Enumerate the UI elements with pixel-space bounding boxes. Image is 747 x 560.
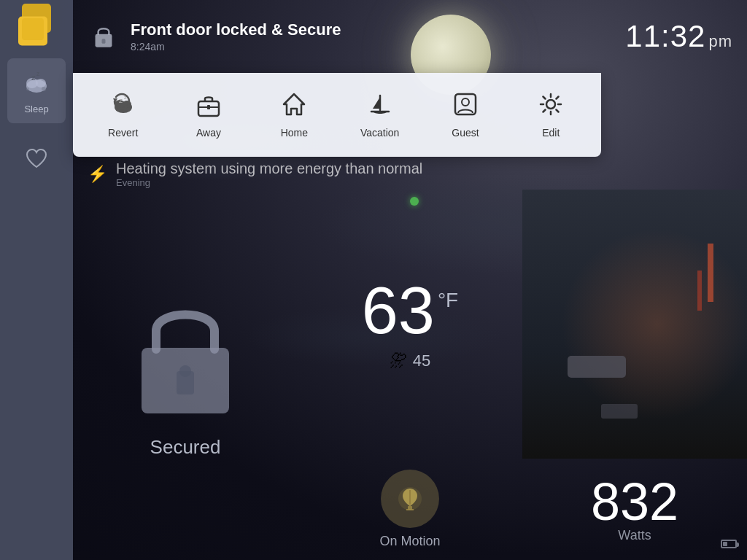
alert-icon: ⚡: [88, 165, 107, 184]
mode-vacation-label: Vacation: [360, 127, 399, 139]
mode-edit[interactable]: Edit: [508, 84, 594, 146]
vacation-icon: [367, 91, 393, 121]
cam-car: [568, 356, 626, 378]
lock-label: Secured: [150, 436, 221, 459]
watts-section[interactable]: 832 Watts: [522, 459, 747, 560]
lock-status-icon: [88, 20, 120, 52]
sidebar-item-sleep[interactable]: Z Z Sleep: [7, 58, 66, 123]
mode-edit-label: Edit: [542, 127, 560, 139]
cam-crane: [708, 244, 713, 302]
current-time: 11:32pm: [625, 19, 732, 54]
svg-rect-11: [102, 39, 106, 44]
mode-vacation[interactable]: Vacation: [337, 84, 422, 146]
mode-home[interactable]: Home: [252, 84, 337, 146]
watts-label: Watts: [618, 528, 651, 543]
svg-rect-2: [22, 18, 44, 40]
lock-section[interactable]: Secured: [73, 190, 298, 560]
svg-point-24: [546, 100, 555, 109]
cam-vehicle2: [601, 404, 638, 419]
active-indicator: [410, 197, 419, 206]
svg-point-5: [36, 79, 46, 88]
main-content: Secured 63 °F ⛈ 45: [73, 190, 747, 560]
alert-subtitle: Evening: [116, 177, 422, 188]
svg-point-27: [179, 365, 191, 377]
mode-guest-label: Guest: [452, 127, 479, 139]
sidebar-item-sleep-label: Sleep: [24, 104, 48, 114]
motion-label: On Motion: [379, 534, 440, 549]
temperature-value: 63: [362, 278, 435, 343]
lock-status-title: Front door locked & Secure: [131, 20, 625, 39]
lock-status-time: 8:24am: [131, 41, 625, 52]
weather-icon: ⛈: [390, 351, 407, 371]
alert-title: Heating system using more energy than no…: [116, 160, 422, 177]
cam-crane2: [697, 271, 702, 311]
mode-revert[interactable]: Z Z Revert: [80, 84, 166, 146]
home-icon: [281, 91, 307, 121]
lock-icon-large: [127, 291, 244, 425]
away-icon: [196, 91, 222, 121]
motion-icon: [381, 470, 439, 528]
guest-icon: [452, 91, 479, 121]
camera-section[interactable]: [522, 190, 747, 459]
sleep-icon: Z Z: [20, 67, 53, 99]
svg-point-8: [42, 87, 46, 91]
edit-icon: [538, 91, 564, 121]
topbar-info: Front door locked & Secure 8:24am: [131, 20, 625, 52]
alert-info: Heating system using more energy than no…: [116, 160, 422, 188]
mode-away[interactable]: Away: [166, 84, 251, 146]
mode-away-label: Away: [196, 127, 221, 139]
motion-section[interactable]: On Motion: [298, 459, 522, 560]
svg-point-9: [26, 88, 29, 90]
sidebar: Z Z Sleep: [0, 0, 73, 560]
watts-value: 832: [591, 475, 678, 528]
mode-revert-label: Revert: [108, 127, 138, 139]
topbar: Front door locked & Secure 8:24am 11:32p…: [73, 0, 747, 73]
mode-home-label: Home: [281, 127, 308, 139]
temperature-display: 63 °F: [362, 278, 458, 343]
sidebar-item-favorites[interactable]: [7, 138, 66, 180]
svg-text:Z: Z: [36, 71, 40, 77]
svg-rect-20: [207, 105, 210, 109]
mode-guest[interactable]: Guest: [422, 84, 508, 146]
svg-marker-21: [284, 94, 304, 114]
temperature-section[interactable]: 63 °F ⛈ 45: [298, 190, 522, 459]
camera-feed: [522, 190, 747, 459]
weather-low: 45: [413, 351, 430, 370]
svg-text:Z: Z: [31, 74, 36, 82]
app-logo[interactable]: [18, 7, 55, 44]
mode-menu: Z Z Revert Away Hom: [73, 73, 601, 157]
revert-icon: Z Z: [110, 91, 136, 121]
weather-row: ⛈ 45: [390, 351, 430, 371]
battery-icon: [721, 538, 737, 551]
svg-text:Z: Z: [119, 98, 123, 104]
svg-point-23: [462, 98, 469, 106]
temperature-unit: °F: [438, 289, 458, 312]
